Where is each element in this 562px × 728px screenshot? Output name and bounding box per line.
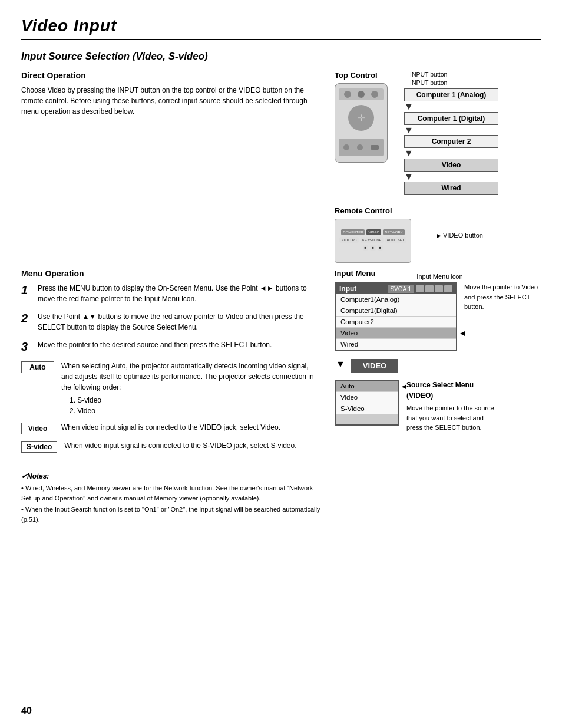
note-2: • When the Input Search function is set … [21, 505, 320, 524]
svideo-desc: When video input signal is connected to … [64, 440, 296, 451]
video-note: Video When video input signal is connect… [21, 422, 320, 434]
flow-box-computer1-analog: Computer 1 (Analog) [404, 88, 498, 101]
video-desc: When video input signal is connected to … [61, 422, 280, 433]
top-control-label: Top Control [335, 71, 378, 80]
auto-note: Auto When selecting Auto, the projector … [21, 361, 320, 416]
video-label-box: VIDEO [351, 359, 398, 373]
im-row-wired: Wired [336, 339, 456, 350]
im-icon-2 [425, 285, 434, 292]
im-header-right: SVGA 1 [388, 285, 452, 293]
im-header: Input SVGA 1 [336, 284, 456, 294]
svideo-badge: S-video [21, 441, 57, 453]
input-button-label-2: INPUT button [410, 79, 447, 86]
auto-sub-list: 1. S-video 2. Video [70, 395, 320, 416]
remote-network-btn: NETWORK [383, 229, 405, 235]
page-title: Video Input [21, 17, 541, 40]
source-select-title: Source Select Menu (VIDEO) [406, 380, 501, 401]
step-text-3: Move the pointer to the desired source a… [38, 340, 272, 350]
flow-arrow-3: ▼ [404, 148, 414, 159]
step-list: 1 Press the MENU button to display the O… [21, 283, 320, 354]
remote-r2: ■ [370, 245, 376, 251]
top-control-diagram: Top Control ✛ [335, 71, 541, 195]
remote-r3: ■ [378, 245, 384, 251]
step-text-2: Use the Point ▲▼ buttons to move the red… [38, 311, 320, 332]
input-button-label-1: INPUT button [410, 71, 447, 78]
note-1: • Wired, Wireless, and Memory viewer are… [21, 483, 320, 503]
im-icon-1 [416, 285, 424, 292]
flow-box-computer1-digital: Computer 1 (Digital) [404, 112, 498, 125]
flow-arrow-4: ▼ [404, 172, 414, 182]
video-badge: Video [21, 423, 54, 434]
step-num-1: 1 [21, 283, 32, 297]
page-number: 40 [21, 706, 32, 716]
remote-btn-row-2: AUTO PC KEYSTONE AUTO SET [339, 237, 406, 243]
step-num-3: 3 [21, 340, 32, 354]
source-select-text: Move the pointer to the source that you … [406, 403, 501, 433]
sm-row-svideo: S-Video [336, 403, 398, 414]
im-arrow-icon: ◄ [458, 328, 467, 338]
section-title: Input Source Selection (Video, S-video) [21, 51, 541, 62]
sm-footer [336, 414, 398, 424]
notes-title: ✔Notes: [21, 472, 320, 480]
video-button-label: VIDEO button [443, 232, 483, 239]
remote-img: COMPUTER VIDEO NETWORK AUTO PC KEYSTONE … [335, 219, 411, 263]
direct-op-title: Direct Operation [21, 71, 320, 80]
remote-video-btn: VIDEO [366, 229, 381, 235]
flow-box-computer2: Computer 2 [404, 135, 498, 148]
step-num-2: 2 [21, 311, 32, 325]
flow-arrow-1: ▼ [404, 101, 414, 112]
sm-row-auto: Auto ◄ [336, 381, 398, 392]
im-row-video: Video ◄ [336, 328, 456, 339]
remote-inner: COMPUTER VIDEO NETWORK AUTO PC KEYSTONE … [339, 229, 406, 252]
flow-box-video: Video [404, 159, 498, 172]
remote-keystone-btn: KEYSTONE [361, 237, 384, 243]
im-icon-4 [444, 285, 452, 292]
remote-autoset-btn: AUTO SET [385, 237, 406, 243]
remote-btn-row-3: ■ ■ ■ [339, 245, 406, 251]
remote-control-label: Remote Control [335, 206, 541, 215]
source-select-desc: Source Select Menu (VIDEO) Move the poin… [406, 380, 501, 433]
im-header-label: Input [339, 285, 388, 293]
im-row-computer1digital: Computer1(Digital) [336, 305, 456, 317]
im-svga: SVGA 1 [388, 285, 414, 293]
im-row-computer1analog: Computer1(Analog) [336, 294, 456, 305]
remote-computer-btn: COMPUTER [341, 229, 365, 235]
auto-badge: Auto [21, 361, 54, 373]
source-select-area: Auto ◄ Video S-Video Source Select Menu … [335, 380, 541, 433]
step-item-1: 1 Press the MENU button to display the O… [21, 283, 320, 304]
im-row-computer2: Computer2 [336, 317, 456, 328]
input-menu-label: Input Menu [335, 269, 375, 278]
step-text-1: Press the MENU button to display the On-… [38, 283, 320, 304]
remote-r1: ■ [363, 245, 369, 251]
flow-wrapper: Computer 1 (Analog) ▼ Computer 1 (Digita… [404, 88, 498, 195]
im-icons [416, 285, 452, 292]
note-items: Auto When selecting Auto, the projector … [21, 361, 320, 453]
im-icon-3 [435, 285, 443, 292]
flow-arrow-2: ▼ [404, 125, 414, 136]
input-menu-box: Input SVGA 1 Comput [335, 282, 457, 351]
source-menu-box: Auto ◄ Video S-Video [335, 380, 399, 426]
sm-row-video: Video [336, 392, 398, 403]
input-menu-area: Input Menu Input Menu icon Input SVGA 1 [335, 269, 541, 433]
svideo-note: S-video When video input signal is conne… [21, 440, 320, 453]
direct-op-text: Choose Video by pressing the INPUT butto… [21, 85, 320, 117]
input-menu-icon-label: Input Menu icon [416, 273, 462, 280]
video-down-arrow: ▼ [335, 359, 346, 370]
sm-row-arrow: ◄ [400, 382, 408, 391]
flow-box-wired: Wired [404, 182, 498, 195]
notes-section: ✔Notes: • Wired, Wireless, and Memory vi… [21, 467, 320, 524]
step-item-2: 2 Use the Point ▲▼ buttons to move the r… [21, 311, 320, 332]
remote-section: Remote Control COMPUTER VIDEO NETWORK AU… [335, 206, 541, 263]
remote-btn-row-1: COMPUTER VIDEO NETWORK [339, 229, 406, 235]
remote-autopc-btn: AUTO PC [339, 237, 359, 243]
auto-desc: When selecting Auto, the projector autom… [61, 361, 320, 416]
im-arrow-note: Move the pointer to Video and press the … [464, 282, 541, 312]
step-item-3: 3 Move the pointer to the desired source… [21, 340, 320, 354]
menu-op-title: Menu Operation [21, 269, 320, 278]
